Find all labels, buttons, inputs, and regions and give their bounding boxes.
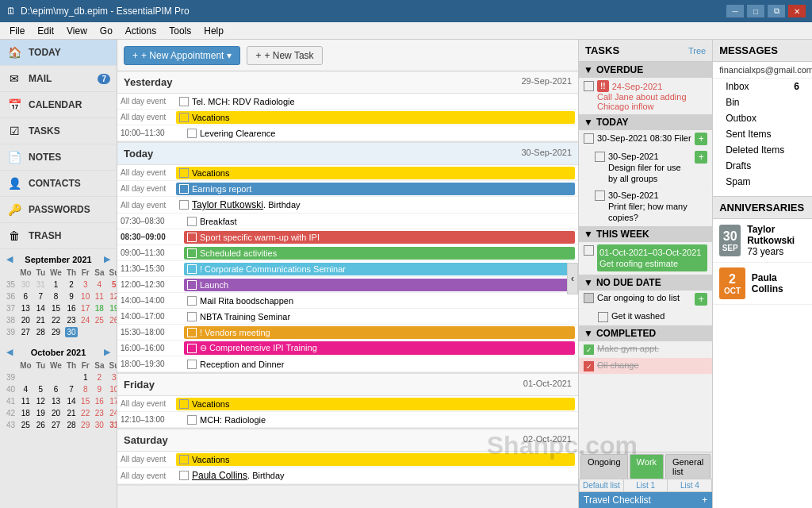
cal-day[interactable]: 27 [18, 327, 33, 337]
menu-tools[interactable]: Tools [163, 24, 197, 38]
cal-day[interactable]: 10 [79, 291, 91, 302]
cal-day[interactable]: 28 [65, 420, 78, 430]
event-content[interactable]: Vacations [176, 111, 575, 124]
cal-day[interactable]: 23 [65, 315, 78, 325]
list-btn-default[interactable]: Default list [580, 479, 624, 491]
cal-day[interactable]: 5 [35, 384, 47, 394]
sidebar-item-contacts[interactable]: 👤 CONTACTS [0, 171, 117, 197]
list-btn-1[interactable]: List 1 [624, 479, 668, 491]
sidebar-item-tasks[interactable]: ☑ TASKS [0, 118, 117, 144]
cal-day[interactable]: 6 [18, 291, 33, 302]
cal-day[interactable]: 16 [65, 303, 78, 314]
event-content[interactable]: MCH: Radiologie [184, 414, 575, 426]
event-content[interactable]: Reception and Dinner [184, 358, 575, 371]
event-checkbox[interactable] [179, 97, 189, 106]
cal-day[interactable]: 10 [107, 384, 117, 394]
cal-day[interactable]: 21 [65, 408, 78, 418]
sidebar-item-notes[interactable]: 📄 NOTES [0, 144, 117, 171]
cal-day[interactable]: 14 [35, 303, 47, 314]
event-checkbox[interactable] [187, 296, 197, 306]
cal-day[interactable]: 8 [79, 384, 91, 394]
event-checkbox[interactable] [179, 200, 189, 210]
event-checkbox[interactable] [179, 113, 189, 122]
cal-day[interactable]: 7 [65, 384, 78, 394]
menu-edit[interactable]: Edit [31, 24, 60, 38]
task-item[interactable]: 01-Oct-2021–03-Oct-2021 Get roofing esti… [579, 242, 712, 275]
cal-day[interactable]: 21 [35, 315, 47, 325]
event-checkbox[interactable] [179, 399, 189, 409]
cal-day[interactable]: 27 [48, 420, 63, 430]
cal-day[interactable]: 17 [79, 303, 91, 314]
cal-day[interactable]: 3 [79, 279, 91, 290]
event-checkbox[interactable] [187, 248, 197, 258]
cal-day[interactable]: 20 [48, 408, 63, 418]
cal-day[interactable]: 2 [65, 279, 78, 290]
cal-day[interactable]: 19 [35, 408, 47, 418]
cal-day[interactable]: 11 [18, 396, 33, 406]
cal-day[interactable]: 9 [93, 384, 105, 394]
msg-drafts[interactable]: Drafts [713, 158, 812, 174]
cal-day[interactable]: 23 [93, 408, 105, 418]
tasks-tree-label[interactable]: Tree [688, 46, 706, 56]
event-checkbox[interactable] [187, 360, 197, 369]
event-content[interactable]: ! Corporate Communications Seminar [184, 263, 575, 275]
event-checkbox[interactable] [187, 280, 197, 290]
cal-day[interactable]: 4 [18, 384, 33, 394]
cal-day[interactable]: 12 [35, 396, 47, 406]
cal-prev-oct[interactable]: ◀ [6, 347, 13, 357]
event-content[interactable]: Vacations [176, 398, 575, 410]
tab-work[interactable]: Work [630, 454, 664, 479]
event-checkbox[interactable] [187, 415, 197, 425]
cal-day[interactable]: 28 [35, 327, 47, 337]
tab-ongoing[interactable]: Ongoing [580, 454, 628, 479]
task-checkbox[interactable] [584, 81, 594, 91]
menu-file[interactable]: File [3, 24, 31, 38]
event-checkbox[interactable] [179, 455, 189, 464]
event-content[interactable]: Sport specific warm-up with IPI [184, 231, 575, 244]
task-checkbox-checked[interactable]: ✓ [584, 361, 594, 371]
event-content[interactable]: Scheduled activities [184, 247, 575, 260]
task-checkbox[interactable] [584, 245, 594, 256]
cal-day[interactable]: 20 [18, 315, 33, 325]
cal-day[interactable]: 25 [18, 420, 33, 430]
task-checkbox[interactable] [595, 152, 605, 162]
task-item[interactable]: Get it washed [579, 309, 712, 325]
task-add-button[interactable]: + [695, 151, 707, 164]
cal-day[interactable]: 9 [65, 291, 78, 302]
task-item[interactable]: Car ongoing to do list + [579, 291, 712, 309]
event-checkbox[interactable] [187, 217, 197, 226]
event-checkbox[interactable] [179, 184, 189, 194]
cal-day[interactable]: 22 [48, 315, 63, 325]
event-content[interactable]: Vacations [176, 167, 575, 179]
new-appointment-button[interactable]: + + New Appointment ▾ [124, 46, 240, 65]
event-content[interactable]: Paula Collins. Birthday [176, 468, 575, 483]
tab-general[interactable]: General list [665, 454, 710, 479]
cal-day[interactable]: 11 [93, 291, 105, 302]
msg-bin[interactable]: Bin [713, 94, 812, 110]
cal-day[interactable]: 17 [107, 396, 117, 406]
cal-day[interactable]: 3 [107, 372, 117, 383]
cal-day[interactable]: 1 [79, 372, 91, 383]
cal-day[interactable]: 25 [93, 315, 105, 325]
new-task-button[interactable]: + + New Task [247, 46, 322, 65]
cal-day[interactable]: 12 [107, 291, 117, 302]
task-add-button[interactable]: + [695, 133, 707, 145]
cal-day[interactable]: 18 [18, 408, 33, 418]
task-checkbox[interactable] [595, 190, 605, 201]
event-checkbox[interactable] [179, 471, 189, 480]
cal-day-today[interactable]: 30 [65, 327, 78, 337]
cal-day[interactable]: 8 [48, 291, 63, 302]
event-checkbox[interactable] [187, 233, 197, 242]
cal-day[interactable]: 4 [93, 279, 105, 290]
cal-day[interactable]: 15 [48, 303, 63, 314]
event-content[interactable]: NBTA Training Seminar [184, 310, 575, 323]
event-checkbox[interactable] [187, 129, 197, 138]
cal-day[interactable]: 13 [48, 396, 63, 406]
cal-next-sep[interactable]: ▶ [104, 254, 110, 264]
minimize-button[interactable]: ─ [726, 5, 744, 17]
event-checkbox[interactable] [187, 344, 197, 353]
cal-day[interactable]: 26 [107, 315, 117, 325]
msg-outbox[interactable]: Outbox [713, 110, 812, 126]
cal-day[interactable]: 7 [35, 291, 47, 302]
restore-button[interactable]: □ [747, 5, 764, 17]
